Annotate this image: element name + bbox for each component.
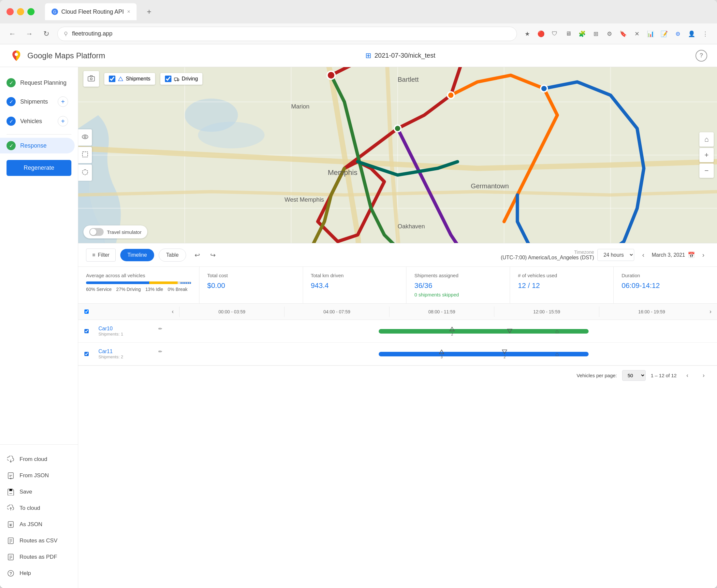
map-select-poly-button[interactable] [78,165,92,181]
timeline-next-button[interactable]: › [704,305,717,318]
vehicles-used-label: # of vehicles used [518,273,606,278]
map-photo-icon[interactable] [83,71,99,87]
x-icon[interactable]: ✕ [632,29,642,39]
filter-button[interactable]: ≡ Filter [86,249,116,261]
forward-button[interactable]: → [23,28,35,40]
svg-rect-8 [8,538,13,544]
sidebar-item-from-cloud[interactable]: From cloud [0,451,78,467]
sidebar-item-shipments[interactable]: ✓ Shipments + [0,92,75,111]
shipments-triangle-icon [118,76,123,81]
avg-breakdown: 60% Service 27% Driving 13% Idle 0% Brea… [86,287,191,292]
driving-checkbox-label: Driving [182,76,198,82]
total-km-card: Total km driven 943.4 [303,267,407,303]
svg-marker-51 [439,350,444,354]
settings-icon[interactable]: ⚙ [604,29,615,39]
sidebar-item-save[interactable]: Save [0,484,78,500]
sidebar-item-vehicles[interactable]: ✓ Vehicles + [0,111,75,131]
sidebar-item-response[interactable]: ✓ Response [0,138,75,153]
monitor-icon[interactable]: 🖥 [563,29,574,39]
next-page-button[interactable]: › [698,370,709,381]
shield-icon[interactable]: 🛡 [550,29,560,39]
from-cloud-icon [6,455,15,464]
close-button[interactable] [6,8,14,15]
car11-delivery-icon [501,349,508,355]
car11-home-marker: ⌂ [555,351,559,357]
redo-button[interactable]: ↪ [206,249,219,261]
driving-checkbox[interactable] [165,76,171,82]
regenerate-button[interactable]: Regenerate [6,160,71,176]
timeline-prev-button[interactable]: ‹ [166,305,179,318]
puzzle-icon[interactable]: 🧩 [577,29,587,39]
browser-tab[interactable]: G Cloud Fleet Routing API × [45,3,137,20]
map-left-controls [78,129,92,181]
map-zoom-out-button[interactable]: − [699,164,714,178]
svg-point-42 [448,92,454,98]
add-vehicles-button[interactable]: + [58,116,68,126]
driving-pct: 27% Driving [116,287,141,292]
car11-home-icon: ⌂ [555,351,559,357]
sidebar-item-from-json[interactable]: From JSON [0,467,78,484]
svg-point-20 [198,122,265,149]
fullscreen-button[interactable] [27,8,35,15]
prev-page-button[interactable]: ‹ [682,370,693,381]
map-visibility-button[interactable] [78,129,92,146]
next-date-button[interactable]: › [697,249,709,261]
select-all-checkbox[interactable] [84,310,89,314]
extension-icon[interactable]: 🔴 [536,29,546,39]
total-cost-value: $0.00 [207,281,295,290]
page-info: 1 – 12 of 12 [651,373,677,378]
chrome-icon[interactable] [673,29,683,39]
svg-marker-50 [508,329,512,333]
hours-select[interactable]: 24 hours 12 hours 8 hours 4 hours 1 hour [597,249,634,261]
add-shipments-button[interactable]: + [58,97,68,107]
car11-edit-icon[interactable]: ✏ [158,349,162,354]
map-select-box-button[interactable] [78,147,92,163]
grid-icon[interactable]: ⊞ [591,29,601,39]
bookmark-icon[interactable]: 🔖 [618,29,628,39]
note-icon[interactable]: 📝 [659,29,670,39]
address-bar[interactable]: fleetrouting.app [57,27,517,41]
map-zoom-in-button[interactable]: + [699,148,714,162]
sidebar-item-help[interactable]: ? Help [0,565,78,582]
help-button[interactable]: ? [696,50,707,62]
prev-date-button[interactable]: ‹ [637,249,649,261]
spreadsheet-icon[interactable]: 📊 [645,29,656,39]
timezone-value: (UTC-7:00) America/Los_Angeles (DST) [500,255,594,260]
duration-value: 06:09-14:12 [621,281,709,290]
travel-simulator-toggle[interactable]: Travel simulator [83,226,147,238]
shipments-checkbox[interactable] [109,76,115,82]
sidebar-item-to-cloud[interactable]: To cloud [0,500,78,516]
menu-icon[interactable]: ⋮ [700,29,711,39]
minimize-button[interactable] [17,8,24,15]
back-button[interactable]: ← [6,28,18,40]
star-icon[interactable]: ★ [522,29,533,39]
reload-button[interactable]: ↻ [40,28,52,40]
sidebar-item-routes-csv[interactable]: Routes as CSV [0,532,78,549]
undo-button[interactable]: ↩ [191,249,204,261]
profile-icon[interactable]: 👤 [687,29,697,39]
svg-point-4 [677,33,679,35]
tab-timeline-button[interactable]: Timeline [120,249,154,261]
svg-point-2 [64,32,67,35]
sidebar-divider [6,134,71,134]
app-content: Google Maps Platform ⊞ 2021-07-30/nick_t… [0,44,717,588]
per-page-select[interactable]: 50 25 100 [622,370,646,381]
sidebar-item-request-planning[interactable]: ✓ Request Planning [0,74,75,92]
sidebar-item-routes-pdf[interactable]: Routes as PDF [0,549,78,565]
svg-text:G: G [53,10,56,14]
tab-close-button[interactable]: × [127,9,130,15]
car10-checkbox[interactable] [84,329,89,333]
current-date: March 3, 2021 [652,252,685,258]
travel-simulator-switch[interactable] [89,228,104,236]
tab-table-button[interactable]: Table [159,249,186,261]
calendar-icon[interactable]: 📅 [688,251,695,259]
tab-favicon: G [52,8,58,15]
car10-edit-icon[interactable]: ✏ [158,326,162,331]
new-tab-button[interactable]: + [143,6,155,18]
map-home-button[interactable]: ⌂ [699,132,714,147]
car11-checkbox[interactable] [84,352,89,356]
car11-name-col: Car11 ✏ Shipments: 2 [95,343,166,365]
sidebar-item-as-json[interactable]: As JSON [0,516,78,532]
car11-pickup-icon [439,349,445,355]
stats-row: Average across all vehicles •••••• 60% S… [78,267,717,303]
